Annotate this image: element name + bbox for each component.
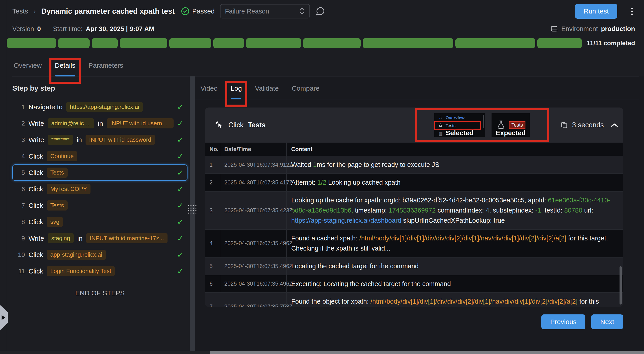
mini-tests-label: Tests bbox=[446, 123, 456, 128]
log-link[interactable]: https://app-staging.relicx.ai/dashboard bbox=[291, 217, 401, 224]
environment-label: Environment bbox=[561, 25, 598, 33]
log-row: 12025-04-30T16:07:34.912ZWaited 1ms for … bbox=[205, 156, 623, 174]
log-card: Click Tests ⌂ Overview bbox=[205, 107, 623, 307]
next-button[interactable]: Next bbox=[591, 314, 623, 329]
detail-tabs: Video Log Validate Compare bbox=[195, 76, 639, 99]
step-number: 10 bbox=[15, 251, 25, 258]
log-text: url: bbox=[582, 207, 593, 214]
log-row: 52025-04-30T16:07:35.496ZLocating the ca… bbox=[205, 258, 623, 275]
more-options-button[interactable] bbox=[629, 6, 635, 17]
step-action: Click bbox=[28, 267, 43, 275]
step-number: 3 bbox=[15, 136, 25, 143]
tab-parameters[interactable]: Parameters bbox=[88, 62, 123, 76]
tab-details-label: Details bbox=[55, 62, 76, 69]
step-value-badge: ******** bbox=[48, 135, 73, 145]
tab-details[interactable]: Details bbox=[55, 62, 76, 76]
step-action: Write bbox=[28, 136, 44, 144]
step-action: Write bbox=[28, 120, 44, 127]
log-row-time: 2025-04-30T16:07:35.753Z bbox=[221, 293, 287, 307]
tab-log-label: Log bbox=[230, 85, 242, 92]
step-row[interactable]: 9WritestaginginINPUT with id mantine-17z… bbox=[12, 230, 188, 247]
step-target-badge: Login Functionality Test bbox=[47, 266, 115, 276]
tab-video[interactable]: Video bbox=[200, 85, 218, 99]
comment-bubble-icon bbox=[315, 6, 325, 16]
progress-row: 11/11 completed bbox=[0, 35, 644, 51]
progress-segment bbox=[120, 38, 168, 48]
log-row: 42025-04-30T16:07:35.496ZFound a cached … bbox=[205, 230, 623, 258]
step-number: 6 bbox=[15, 186, 25, 193]
step-target-badge: INPUT with id password bbox=[86, 135, 155, 145]
step-row[interactable]: 11ClickLogin Functionality Test✓ bbox=[12, 263, 188, 279]
step-row[interactable]: 4ClickContinue✓ bbox=[12, 148, 188, 164]
step-row[interactable]: 6ClickMyTest COPY✓ bbox=[12, 181, 188, 197]
log-text: Looking up the cache for xpath: orgId: b… bbox=[291, 197, 548, 204]
tab-log[interactable]: Log bbox=[230, 85, 242, 99]
log-row-number: 2 bbox=[205, 174, 221, 191]
step-number: 8 bbox=[15, 218, 25, 226]
step-action: Navigate to bbox=[28, 103, 63, 111]
step-action: Click bbox=[28, 169, 43, 176]
step-value-badge: admin@relicx.ai bbox=[48, 118, 94, 128]
tab-compare[interactable]: Compare bbox=[292, 85, 319, 99]
step-action: Click bbox=[28, 185, 43, 193]
failure-reason-placeholder: Failure Reason bbox=[225, 8, 269, 15]
log-row-time: 2025-04-30T16:07:35.417Z bbox=[221, 174, 287, 191]
version-label: Version bbox=[12, 25, 34, 33]
log-row-content: Found the object for xpath: /html/body/d… bbox=[287, 293, 623, 307]
tab-overview[interactable]: Overview bbox=[14, 62, 42, 76]
step-check-icon: ✓ bbox=[177, 152, 184, 161]
mini-menu-tests: Tests bbox=[434, 121, 481, 130]
progress-segment bbox=[246, 38, 301, 48]
log-text: 1745536369972 bbox=[389, 207, 436, 214]
main-split: Step by step 1Navigate tohttps://app-sta… bbox=[0, 76, 644, 354]
step-row[interactable]: 8Clicksvg✓ bbox=[12, 214, 188, 230]
log-text: Found the object for xpath: bbox=[291, 298, 370, 305]
step-row[interactable]: 3Write********inINPUT with id password✓ bbox=[12, 132, 188, 148]
step-row[interactable]: 10Clickapp-staging.relicx.ai✓ bbox=[12, 247, 188, 263]
tab-validate[interactable]: Validate bbox=[255, 85, 279, 99]
run-test-button[interactable]: Run test bbox=[575, 4, 617, 19]
selected-thumbnail[interactable]: ⌂ Overview Tests ▦ bbox=[434, 113, 485, 137]
horizontal-scrollbar-thumb[interactable] bbox=[210, 351, 644, 354]
step-number: 2 bbox=[15, 120, 25, 127]
progress-segment bbox=[363, 38, 453, 48]
breadcrumb-tests[interactable]: Tests bbox=[12, 8, 28, 15]
expected-thumbnail[interactable]: Tests Expected bbox=[492, 113, 530, 137]
step-row[interactable]: 2Writeadmin@relicx.aiinINPUT with id use… bbox=[12, 115, 188, 132]
step-row[interactable]: 7ClickTests✓ bbox=[12, 197, 188, 214]
log-command-header: Click Tests ⌂ Overview bbox=[205, 107, 623, 143]
log-text: timestamp: bbox=[353, 207, 389, 214]
step-check-icon: ✓ bbox=[177, 135, 184, 144]
log-row-time: 2025-04-30T16:07:35.496Z bbox=[221, 230, 287, 257]
progress-segment bbox=[92, 38, 118, 48]
log-row-time: 2025-04-30T16:07:34.912Z bbox=[221, 156, 287, 173]
step-row[interactable]: 5ClickTests✓ bbox=[12, 164, 188, 181]
panel-splitter[interactable] bbox=[190, 76, 195, 354]
step-target-badge: MyTest COPY bbox=[47, 184, 90, 194]
step-connector: in bbox=[98, 120, 103, 127]
log-text: /html/body/div[1]/div[1]/div/div/div[2]/… bbox=[359, 235, 566, 242]
pager: Previous Next bbox=[195, 314, 623, 329]
log-text: 1/2 bbox=[317, 179, 326, 186]
progress-segment bbox=[169, 38, 211, 48]
log-table-scrollbar[interactable] bbox=[620, 266, 622, 304]
log-text: ms for the page to get ready to execute … bbox=[316, 161, 439, 168]
end-of-steps-label: END OF STEPS bbox=[12, 289, 188, 297]
failure-reason-select[interactable]: Failure Reason bbox=[220, 4, 310, 19]
log-row-content: Looking up the cache for xpath: orgId: b… bbox=[287, 192, 623, 229]
check-circle-icon bbox=[181, 7, 190, 16]
step-action: Click bbox=[28, 202, 43, 209]
progress-segment bbox=[213, 38, 244, 48]
step-action: Click bbox=[28, 251, 43, 259]
comment-button[interactable] bbox=[315, 6, 325, 16]
previous-button[interactable]: Previous bbox=[542, 314, 586, 329]
step-check-icon: ✓ bbox=[177, 218, 184, 227]
step-target-badge: app-staging.relicx.ai bbox=[47, 250, 106, 260]
top-bar: Tests › Dynamic parameter cached xpath t… bbox=[0, 0, 644, 23]
step-row[interactable]: 1Navigate tohttps://app-staging.relicx.a… bbox=[12, 99, 188, 115]
log-row: 32025-04-30T16:07:35.423ZLooking up the … bbox=[205, 192, 623, 230]
log-text: 1 bbox=[313, 161, 316, 168]
log-row-number: 1 bbox=[205, 156, 221, 173]
duration-toggle[interactable]: 3 seconds bbox=[560, 121, 618, 129]
main-tabs: Overview Details Parameters bbox=[12, 51, 639, 76]
